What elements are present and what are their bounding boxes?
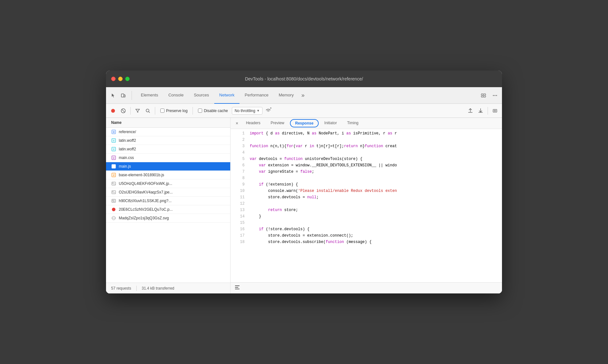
tab-icon-group — [109, 91, 132, 100]
tab-sources[interactable]: Sources — [189, 87, 214, 104]
list-item[interactable]: MadqZsIZpo1sj3qQ3GsZ.svg — [106, 214, 230, 223]
code-line: 4 — [231, 149, 502, 156]
disable-cache-label[interactable]: Disable cache — [198, 109, 228, 113]
svg-text:H: H — [113, 131, 114, 133]
tab-response[interactable]: Response — [290, 119, 318, 127]
svg-text:T: T — [113, 140, 114, 142]
css-icon: # — [111, 155, 116, 160]
response-panel: × Headers Preview Response Initiator Tim… — [231, 118, 502, 293]
list-item[interactable]: 20E6CLcSzNV2GELQu7oC.p... — [106, 205, 230, 214]
js-icon: ⊙ — [111, 164, 116, 169]
svg-point-8 — [146, 109, 149, 112]
tab-timing[interactable]: Timing — [342, 118, 364, 128]
tab-initiator[interactable]: Initiator — [319, 118, 342, 128]
file-list-header: Name — [106, 118, 230, 128]
tab-memory[interactable]: Memory — [274, 87, 299, 104]
line-content: var extension = window.__REDUX_DEVTOOLS_… — [250, 162, 499, 169]
line-number: 1 — [233, 130, 245, 137]
file-name: main.js — [119, 164, 225, 169]
record-button[interactable] — [109, 106, 118, 115]
request-count: 57 requests — [111, 286, 131, 291]
line-content: var devtools = function unistoreDevTools… — [250, 156, 499, 162]
file-list: Name H reference/ T — [106, 118, 231, 293]
main-content: Name H reference/ T — [106, 118, 502, 293]
tab-network[interactable]: Network — [214, 87, 240, 104]
preserve-log-checkbox[interactable] — [160, 109, 164, 113]
svg-rect-32 — [112, 201, 113, 202]
list-item[interactable]: # main.css — [106, 154, 230, 162]
svg-point-34 — [112, 208, 116, 211]
download-icon[interactable] — [476, 106, 485, 115]
svg-point-5 — [111, 109, 115, 113]
cursor-icon[interactable] — [109, 91, 118, 100]
code-line: 2 — [231, 137, 502, 143]
list-item[interactable]: T latin.woff2 — [106, 145, 230, 154]
list-item[interactable]: H reference/ — [106, 128, 230, 136]
line-content: return store; — [250, 207, 499, 213]
network-toolbar: Preserve log Disable cache No throttling… — [106, 104, 502, 118]
line-content — [250, 175, 499, 181]
svg-rect-39 — [235, 289, 239, 289]
maximize-button[interactable] — [125, 77, 130, 81]
code-line: 13 return store; — [231, 207, 502, 213]
clear-button[interactable] — [119, 106, 128, 115]
file-name: O2sIJEHG9avKV4aqzSx7.jpe... — [119, 190, 225, 194]
line-content — [250, 149, 499, 156]
file-list-empty-space — [106, 223, 230, 283]
settings-icon[interactable] — [479, 91, 488, 100]
svg-rect-38 — [235, 287, 238, 288]
tab-elements[interactable]: Elements — [136, 87, 163, 104]
throttle-select[interactable]: No throttling ▼ — [232, 107, 263, 115]
format-button[interactable] — [234, 284, 240, 292]
list-item[interactable]: O2sIJEHG9avKV4aqzSx7.jpe... — [106, 188, 230, 197]
minimize-button[interactable] — [118, 77, 123, 81]
svg-line-9 — [149, 111, 150, 113]
disable-cache-group: Disable cache — [195, 109, 230, 113]
svg-text:T: T — [113, 148, 114, 150]
line-content: var ignoreState = false; — [250, 169, 499, 175]
font-icon: T — [111, 138, 116, 143]
status-bar: 57 requests 31.4 kB transferred — [106, 283, 230, 293]
code-line: 11 store.devtools = null; — [231, 194, 502, 201]
upload-icon[interactable] — [466, 106, 475, 115]
tab-performance[interactable]: Performance — [239, 87, 273, 104]
line-content: store.devtools = null; — [250, 194, 499, 201]
filter-icon[interactable] — [133, 106, 142, 115]
more-options-icon[interactable] — [490, 91, 499, 100]
tab-headers[interactable]: Headers — [241, 118, 265, 128]
list-item-active[interactable]: ⊙ main.js — [106, 162, 230, 171]
device-toolbar-icon[interactable] — [119, 91, 128, 100]
search-icon[interactable] — [143, 106, 152, 115]
toolbar-divider-right — [488, 107, 488, 115]
line-number: 11 — [233, 194, 245, 201]
list-item[interactable]: U5OHzQL4tEKFr6OFIxWK.jp... — [106, 179, 230, 188]
response-close-button[interactable]: × — [233, 118, 241, 128]
line-number: 4 — [233, 149, 245, 156]
list-item[interactable]: T latin.woff2 — [106, 136, 230, 145]
close-button[interactable] — [111, 77, 116, 81]
wifi-icon — [264, 106, 273, 115]
tab-actions — [479, 91, 499, 100]
network-settings-icon[interactable] — [490, 106, 499, 115]
line-content: if (!store.devtools) { — [250, 226, 499, 232]
html-icon: H — [111, 129, 116, 134]
window-title: DevTools - localhost:8080/docs/devtools/… — [245, 76, 363, 81]
tab-bar: Elements Console Sources Network Perform… — [106, 87, 502, 104]
svg-rect-30 — [112, 200, 113, 201]
list-item[interactable]: J base-element-3018901b.js — [106, 171, 230, 179]
svg-point-3 — [495, 95, 496, 96]
svg-point-4 — [496, 95, 497, 96]
img-red-icon — [111, 207, 116, 212]
file-name: base-element-3018901b.js — [119, 173, 225, 177]
preserve-log-label[interactable]: Preserve log — [160, 109, 187, 113]
tab-overflow-button[interactable]: » — [299, 87, 307, 104]
disable-cache-checkbox[interactable] — [198, 109, 202, 113]
tab-console[interactable]: Console — [163, 87, 189, 104]
code-line: 6 var extension = window.__REDUX_DEVTOOL… — [231, 162, 502, 169]
file-name: main.css — [119, 155, 225, 160]
list-item[interactable]: h90CtfziXluvh1LSSKJE.png?... — [106, 197, 230, 205]
tab-preview[interactable]: Preview — [266, 118, 290, 128]
line-content: function n(n,t){for(var r in t)n[r]=t[r]… — [250, 143, 499, 149]
line-number: 9 — [233, 181, 245, 188]
file-name: latin.woff2 — [119, 138, 225, 143]
